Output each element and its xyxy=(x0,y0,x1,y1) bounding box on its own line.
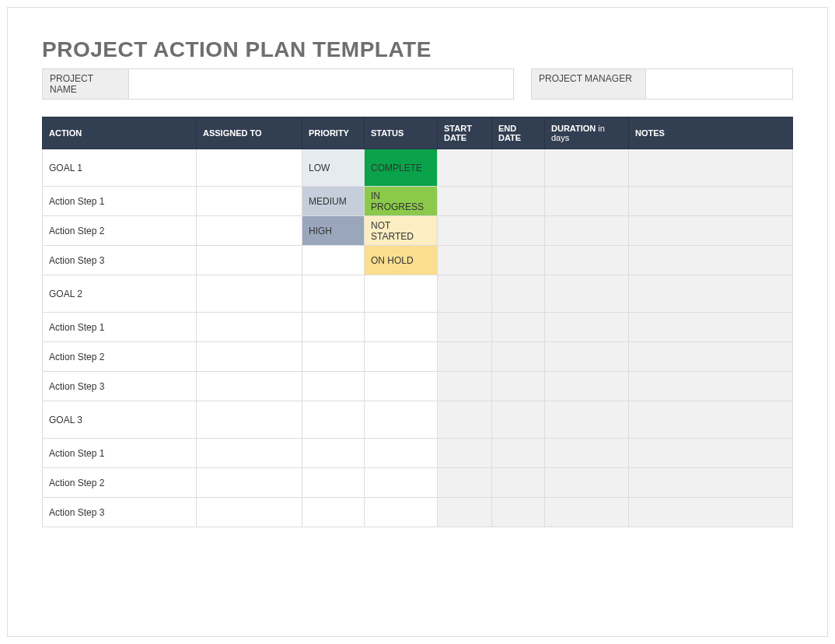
cell-status[interactable]: IN PROGRESS xyxy=(365,187,438,216)
cell-duration[interactable] xyxy=(545,468,629,498)
col-end: END DATE xyxy=(492,117,545,149)
cell-assigned[interactable] xyxy=(197,246,302,275)
cell-start[interactable] xyxy=(438,439,492,468)
cell-assigned[interactable] xyxy=(197,275,302,313)
cell-notes[interactable] xyxy=(629,149,793,187)
cell-start[interactable] xyxy=(438,275,492,313)
cell-priority[interactable] xyxy=(302,275,365,313)
cell-duration[interactable] xyxy=(545,216,629,246)
cell-end[interactable] xyxy=(492,187,545,216)
cell-priority[interactable] xyxy=(302,439,365,468)
cell-assigned[interactable] xyxy=(197,187,302,216)
cell-notes[interactable] xyxy=(629,275,793,313)
cell-duration[interactable] xyxy=(545,401,629,439)
cell-notes[interactable] xyxy=(629,401,793,439)
cell-start[interactable] xyxy=(438,401,492,439)
cell-action[interactable]: Action Step 2 xyxy=(43,216,197,246)
cell-end[interactable] xyxy=(492,275,545,313)
cell-status[interactable] xyxy=(365,275,438,313)
cell-assigned[interactable] xyxy=(197,439,302,468)
cell-start[interactable] xyxy=(438,149,492,187)
cell-priority[interactable]: MEDIUM xyxy=(302,187,365,216)
cell-end[interactable] xyxy=(492,216,545,246)
cell-duration[interactable] xyxy=(545,498,629,527)
cell-duration[interactable] xyxy=(545,187,629,216)
cell-assigned[interactable] xyxy=(197,216,302,246)
cell-assigned[interactable] xyxy=(197,372,302,401)
cell-priority[interactable] xyxy=(302,401,365,439)
cell-notes[interactable] xyxy=(629,372,793,401)
cell-start[interactable] xyxy=(438,498,492,527)
cell-status[interactable] xyxy=(365,372,438,401)
cell-priority[interactable]: HIGH xyxy=(302,216,365,246)
cell-priority[interactable] xyxy=(302,372,365,401)
cell-priority[interactable] xyxy=(302,342,365,372)
cell-status[interactable] xyxy=(365,439,438,468)
cell-end[interactable] xyxy=(492,498,545,527)
cell-start[interactable] xyxy=(438,468,492,498)
cell-end[interactable] xyxy=(492,372,545,401)
cell-notes[interactable] xyxy=(629,468,793,498)
cell-action[interactable]: GOAL 1 xyxy=(43,149,197,187)
cell-status[interactable] xyxy=(365,401,438,439)
cell-status[interactable] xyxy=(365,342,438,372)
cell-action[interactable]: Action Step 3 xyxy=(43,372,197,401)
cell-notes[interactable] xyxy=(629,216,793,246)
cell-assigned[interactable] xyxy=(197,149,302,187)
cell-priority[interactable] xyxy=(302,313,365,342)
cell-start[interactable] xyxy=(438,216,492,246)
cell-status[interactable] xyxy=(365,498,438,527)
cell-start[interactable] xyxy=(438,187,492,216)
cell-end[interactable] xyxy=(492,149,545,187)
cell-duration[interactable] xyxy=(545,149,629,187)
cell-assigned[interactable] xyxy=(197,313,302,342)
cell-end[interactable] xyxy=(492,313,545,342)
cell-assigned[interactable] xyxy=(197,342,302,372)
cell-priority[interactable] xyxy=(302,468,365,498)
project-name-value[interactable] xyxy=(129,68,514,100)
cell-duration[interactable] xyxy=(545,439,629,468)
project-name-label: PROJECT NAME xyxy=(42,68,129,100)
cell-notes[interactable] xyxy=(629,342,793,372)
cell-end[interactable] xyxy=(492,342,545,372)
cell-action[interactable]: Action Step 1 xyxy=(43,313,197,342)
cell-action[interactable]: Action Step 3 xyxy=(43,498,197,527)
cell-notes[interactable] xyxy=(629,498,793,527)
cell-assigned[interactable] xyxy=(197,498,302,527)
cell-duration[interactable] xyxy=(545,313,629,342)
cell-status[interactable]: ON HOLD xyxy=(365,246,438,275)
cell-action[interactable]: Action Step 1 xyxy=(43,187,197,216)
cell-assigned[interactable] xyxy=(197,401,302,439)
cell-end[interactable] xyxy=(492,439,545,468)
cell-start[interactable] xyxy=(438,313,492,342)
cell-duration[interactable] xyxy=(545,246,629,275)
cell-notes[interactable] xyxy=(629,439,793,468)
cell-notes[interactable] xyxy=(629,187,793,216)
cell-action[interactable]: Action Step 2 xyxy=(43,342,197,372)
cell-duration[interactable] xyxy=(545,275,629,313)
cell-action[interactable]: Action Step 3 xyxy=(43,246,197,275)
cell-assigned[interactable] xyxy=(197,468,302,498)
cell-end[interactable] xyxy=(492,468,545,498)
cell-status[interactable] xyxy=(365,313,438,342)
cell-duration[interactable] xyxy=(545,342,629,372)
cell-action[interactable]: GOAL 2 xyxy=(43,275,197,313)
cell-notes[interactable] xyxy=(629,246,793,275)
cell-notes[interactable] xyxy=(629,313,793,342)
project-manager-value[interactable] xyxy=(646,68,793,100)
cell-status[interactable]: NOT STARTED xyxy=(365,216,438,246)
cell-priority[interactable] xyxy=(302,498,365,527)
cell-duration[interactable] xyxy=(545,372,629,401)
cell-priority[interactable] xyxy=(302,246,365,275)
cell-start[interactable] xyxy=(438,372,492,401)
cell-start[interactable] xyxy=(438,342,492,372)
cell-end[interactable] xyxy=(492,401,545,439)
cell-start[interactable] xyxy=(438,246,492,275)
cell-status[interactable]: COMPLETE xyxy=(365,149,438,187)
cell-end[interactable] xyxy=(492,246,545,275)
cell-priority[interactable]: LOW xyxy=(302,149,365,187)
cell-status[interactable] xyxy=(365,468,438,498)
cell-action[interactable]: Action Step 2 xyxy=(43,468,197,498)
cell-action[interactable]: GOAL 3 xyxy=(43,401,197,439)
cell-action[interactable]: Action Step 1 xyxy=(43,439,197,468)
